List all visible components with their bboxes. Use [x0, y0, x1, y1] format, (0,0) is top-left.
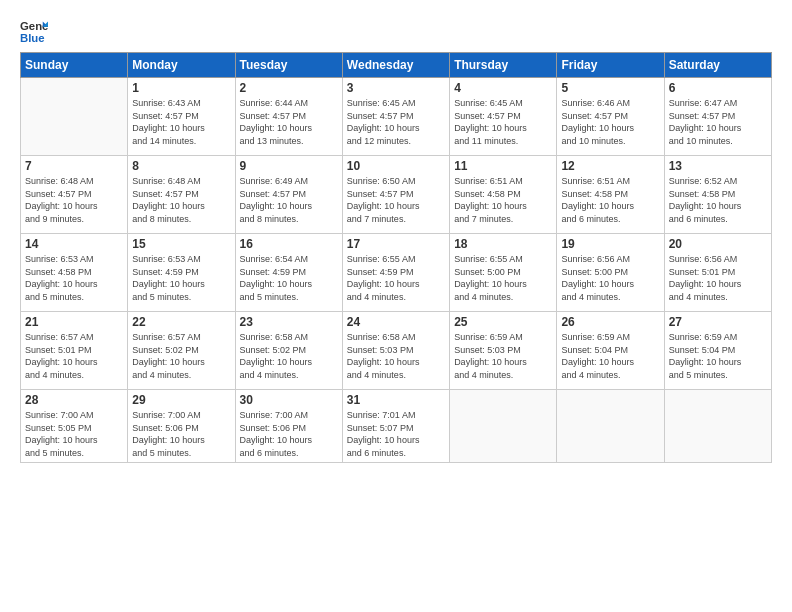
day-info: Sunrise: 6:51 AM Sunset: 4:58 PM Dayligh… [454, 175, 552, 225]
day-number: 14 [25, 237, 123, 251]
day-cell: 28Sunrise: 7:00 AM Sunset: 5:05 PM Dayli… [21, 390, 128, 463]
day-info: Sunrise: 6:48 AM Sunset: 4:57 PM Dayligh… [25, 175, 123, 225]
day-info: Sunrise: 6:48 AM Sunset: 4:57 PM Dayligh… [132, 175, 230, 225]
day-info: Sunrise: 7:00 AM Sunset: 5:06 PM Dayligh… [132, 409, 230, 459]
day-cell: 16Sunrise: 6:54 AM Sunset: 4:59 PM Dayli… [235, 234, 342, 312]
day-number: 3 [347, 81, 445, 95]
day-cell: 1Sunrise: 6:43 AM Sunset: 4:57 PM Daylig… [128, 78, 235, 156]
col-header-tuesday: Tuesday [235, 53, 342, 78]
day-info: Sunrise: 6:53 AM Sunset: 4:59 PM Dayligh… [132, 253, 230, 303]
day-cell: 31Sunrise: 7:01 AM Sunset: 5:07 PM Dayli… [342, 390, 449, 463]
day-info: Sunrise: 6:57 AM Sunset: 5:01 PM Dayligh… [25, 331, 123, 381]
day-info: Sunrise: 7:00 AM Sunset: 5:06 PM Dayligh… [240, 409, 338, 459]
day-info: Sunrise: 6:49 AM Sunset: 4:57 PM Dayligh… [240, 175, 338, 225]
day-cell: 30Sunrise: 7:00 AM Sunset: 5:06 PM Dayli… [235, 390, 342, 463]
day-cell: 11Sunrise: 6:51 AM Sunset: 4:58 PM Dayli… [450, 156, 557, 234]
page: General Blue SundayMondayTuesdayWednesda… [0, 0, 792, 612]
day-cell: 3Sunrise: 6:45 AM Sunset: 4:57 PM Daylig… [342, 78, 449, 156]
day-number: 7 [25, 159, 123, 173]
day-info: Sunrise: 6:56 AM Sunset: 5:01 PM Dayligh… [669, 253, 767, 303]
day-info: Sunrise: 6:50 AM Sunset: 4:57 PM Dayligh… [347, 175, 445, 225]
day-info: Sunrise: 6:44 AM Sunset: 4:57 PM Dayligh… [240, 97, 338, 147]
day-cell: 23Sunrise: 6:58 AM Sunset: 5:02 PM Dayli… [235, 312, 342, 390]
day-number: 28 [25, 393, 123, 407]
day-cell: 27Sunrise: 6:59 AM Sunset: 5:04 PM Dayli… [664, 312, 771, 390]
day-info: Sunrise: 6:55 AM Sunset: 5:00 PM Dayligh… [454, 253, 552, 303]
col-header-wednesday: Wednesday [342, 53, 449, 78]
day-cell: 7Sunrise: 6:48 AM Sunset: 4:57 PM Daylig… [21, 156, 128, 234]
day-number: 15 [132, 237, 230, 251]
header: General Blue [20, 18, 772, 46]
day-cell: 2Sunrise: 6:44 AM Sunset: 4:57 PM Daylig… [235, 78, 342, 156]
calendar-header-row: SundayMondayTuesdayWednesdayThursdayFrid… [21, 53, 772, 78]
day-cell: 12Sunrise: 6:51 AM Sunset: 4:58 PM Dayli… [557, 156, 664, 234]
day-info: Sunrise: 6:56 AM Sunset: 5:00 PM Dayligh… [561, 253, 659, 303]
week-row-3: 14Sunrise: 6:53 AM Sunset: 4:58 PM Dayli… [21, 234, 772, 312]
day-cell: 19Sunrise: 6:56 AM Sunset: 5:00 PM Dayli… [557, 234, 664, 312]
col-header-saturday: Saturday [664, 53, 771, 78]
week-row-2: 7Sunrise: 6:48 AM Sunset: 4:57 PM Daylig… [21, 156, 772, 234]
day-number: 19 [561, 237, 659, 251]
day-info: Sunrise: 6:45 AM Sunset: 4:57 PM Dayligh… [347, 97, 445, 147]
day-info: Sunrise: 7:01 AM Sunset: 5:07 PM Dayligh… [347, 409, 445, 459]
day-number: 23 [240, 315, 338, 329]
col-header-sunday: Sunday [21, 53, 128, 78]
day-cell: 10Sunrise: 6:50 AM Sunset: 4:57 PM Dayli… [342, 156, 449, 234]
day-cell: 5Sunrise: 6:46 AM Sunset: 4:57 PM Daylig… [557, 78, 664, 156]
day-info: Sunrise: 6:55 AM Sunset: 4:59 PM Dayligh… [347, 253, 445, 303]
day-number: 26 [561, 315, 659, 329]
col-header-monday: Monday [128, 53, 235, 78]
col-header-friday: Friday [557, 53, 664, 78]
day-number: 17 [347, 237, 445, 251]
day-cell: 22Sunrise: 6:57 AM Sunset: 5:02 PM Dayli… [128, 312, 235, 390]
day-number: 13 [669, 159, 767, 173]
day-info: Sunrise: 6:57 AM Sunset: 5:02 PM Dayligh… [132, 331, 230, 381]
day-cell: 18Sunrise: 6:55 AM Sunset: 5:00 PM Dayli… [450, 234, 557, 312]
day-info: Sunrise: 6:47 AM Sunset: 4:57 PM Dayligh… [669, 97, 767, 147]
day-number: 20 [669, 237, 767, 251]
day-info: Sunrise: 7:00 AM Sunset: 5:05 PM Dayligh… [25, 409, 123, 459]
col-header-thursday: Thursday [450, 53, 557, 78]
day-number: 22 [132, 315, 230, 329]
day-info: Sunrise: 6:59 AM Sunset: 5:04 PM Dayligh… [561, 331, 659, 381]
day-number: 9 [240, 159, 338, 173]
day-info: Sunrise: 6:43 AM Sunset: 4:57 PM Dayligh… [132, 97, 230, 147]
day-info: Sunrise: 6:51 AM Sunset: 4:58 PM Dayligh… [561, 175, 659, 225]
day-info: Sunrise: 6:54 AM Sunset: 4:59 PM Dayligh… [240, 253, 338, 303]
day-cell: 25Sunrise: 6:59 AM Sunset: 5:03 PM Dayli… [450, 312, 557, 390]
day-cell: 20Sunrise: 6:56 AM Sunset: 5:01 PM Dayli… [664, 234, 771, 312]
week-row-5: 28Sunrise: 7:00 AM Sunset: 5:05 PM Dayli… [21, 390, 772, 463]
day-info: Sunrise: 6:59 AM Sunset: 5:04 PM Dayligh… [669, 331, 767, 381]
day-info: Sunrise: 6:45 AM Sunset: 4:57 PM Dayligh… [454, 97, 552, 147]
day-number: 4 [454, 81, 552, 95]
logo: General Blue [20, 18, 48, 46]
day-number: 30 [240, 393, 338, 407]
day-cell [21, 78, 128, 156]
day-cell: 9Sunrise: 6:49 AM Sunset: 4:57 PM Daylig… [235, 156, 342, 234]
day-cell [664, 390, 771, 463]
day-number: 31 [347, 393, 445, 407]
day-number: 25 [454, 315, 552, 329]
day-number: 2 [240, 81, 338, 95]
day-number: 24 [347, 315, 445, 329]
day-cell: 8Sunrise: 6:48 AM Sunset: 4:57 PM Daylig… [128, 156, 235, 234]
day-cell: 29Sunrise: 7:00 AM Sunset: 5:06 PM Dayli… [128, 390, 235, 463]
day-cell: 6Sunrise: 6:47 AM Sunset: 4:57 PM Daylig… [664, 78, 771, 156]
day-number: 16 [240, 237, 338, 251]
day-cell [557, 390, 664, 463]
week-row-1: 1Sunrise: 6:43 AM Sunset: 4:57 PM Daylig… [21, 78, 772, 156]
week-row-4: 21Sunrise: 6:57 AM Sunset: 5:01 PM Dayli… [21, 312, 772, 390]
day-number: 27 [669, 315, 767, 329]
day-cell [450, 390, 557, 463]
day-cell: 26Sunrise: 6:59 AM Sunset: 5:04 PM Dayli… [557, 312, 664, 390]
day-cell: 14Sunrise: 6:53 AM Sunset: 4:58 PM Dayli… [21, 234, 128, 312]
day-number: 5 [561, 81, 659, 95]
logo-icon: General Blue [20, 18, 48, 46]
day-info: Sunrise: 6:58 AM Sunset: 5:03 PM Dayligh… [347, 331, 445, 381]
day-number: 21 [25, 315, 123, 329]
day-cell: 15Sunrise: 6:53 AM Sunset: 4:59 PM Dayli… [128, 234, 235, 312]
day-number: 12 [561, 159, 659, 173]
day-cell: 17Sunrise: 6:55 AM Sunset: 4:59 PM Dayli… [342, 234, 449, 312]
day-number: 1 [132, 81, 230, 95]
day-number: 11 [454, 159, 552, 173]
